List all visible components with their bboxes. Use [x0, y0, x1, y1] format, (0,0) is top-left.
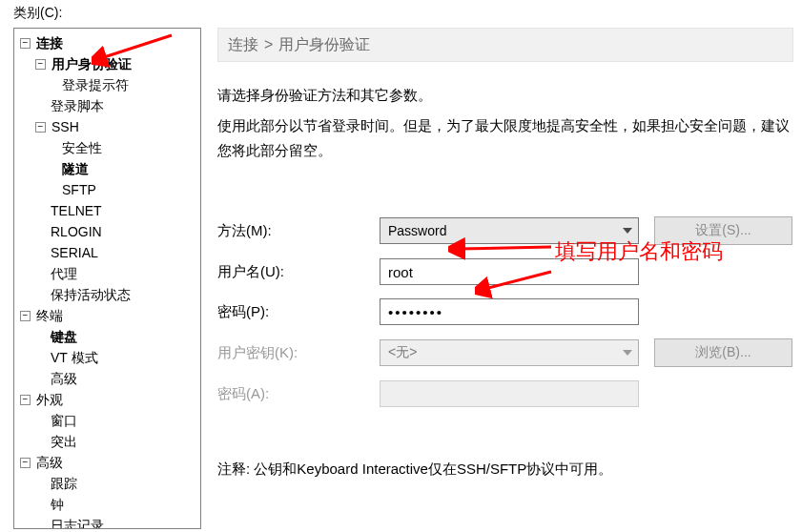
tree-item-telnet[interactable]: TELNET [16, 200, 198, 221]
tree-item-term-advanced[interactable]: 高级 [16, 368, 198, 389]
tree-item-window[interactable]: 窗口 [16, 410, 198, 431]
tree-item-proxy[interactable]: 代理 [16, 263, 198, 284]
method-value: Password [388, 223, 446, 238]
tree-item-ssh[interactable]: SSH [16, 116, 198, 137]
tree-item-logging[interactable]: 日志记录 [16, 515, 198, 529]
collapse-icon[interactable] [35, 59, 46, 70]
tree-item-rlogin[interactable]: RLOGIN [16, 221, 198, 242]
tree-item-user-auth[interactable]: 用户身份验证 [16, 53, 198, 74]
tree-item-terminal[interactable]: 终端 [16, 305, 198, 326]
browse-button: 浏览(B)... [654, 338, 792, 367]
settings-button: 设置(S)... [654, 216, 792, 245]
method-label: 方法(M): [217, 222, 380, 240]
tree-item-tunnel[interactable]: 隧道 [16, 158, 198, 179]
userkey-select: <无> [380, 339, 639, 366]
chevron-down-icon [623, 350, 632, 356]
collapse-icon[interactable] [20, 38, 31, 49]
userkey-value: <无> [388, 344, 417, 361]
method-select[interactable]: Password [380, 217, 639, 244]
tree-item-vt-modes[interactable]: VT 模式 [16, 347, 198, 368]
password2-label: 密码(A): [217, 385, 380, 403]
password2-input [380, 380, 639, 407]
tree-item-keyboard[interactable]: 键盘 [16, 326, 198, 347]
tree-item-serial[interactable]: SERIAL [16, 242, 198, 263]
tree-item-login-prompt[interactable]: 登录提示符 [16, 74, 198, 95]
breadcrumb: 连接 > 用户身份验证 [217, 28, 793, 62]
chevron-down-icon [623, 228, 632, 234]
userkey-label: 用户密钥(K): [217, 344, 380, 362]
username-input[interactable] [380, 258, 639, 285]
tree-item-sftp[interactable]: SFTP [16, 179, 198, 200]
tree-item-keepalive[interactable]: 保持活动状态 [16, 284, 198, 305]
tree-item-bell[interactable]: 钟 [16, 494, 198, 515]
tree-item-highlight[interactable]: 突出 [16, 431, 198, 452]
note-text: 注释: 公钥和Keyboard Interactive仅在SSH/SFTP协议中… [217, 460, 793, 479]
breadcrumb-separator: > [264, 36, 273, 53]
collapse-icon[interactable] [20, 458, 31, 468]
tree-item-connection[interactable]: 连接 [16, 32, 198, 53]
intro-text: 请选择身份验证方法和其它参数。 使用此部分以节省登录时间。但是，为了最大限度地提… [217, 83, 793, 163]
tree-item-tracking[interactable]: 跟踪 [16, 473, 198, 494]
category-tree: 连接 用户身份验证 登录提示符 登录脚本 SSH 安全 [13, 28, 201, 529]
username-label: 用户名(U): [217, 263, 380, 281]
password-label: 密码(P): [217, 303, 380, 321]
tree-item-security[interactable]: 安全性 [16, 137, 198, 158]
password-input[interactable] [380, 298, 639, 325]
collapse-icon[interactable] [20, 311, 31, 321]
tree-item-login-script[interactable]: 登录脚本 [16, 95, 198, 116]
breadcrumb-leaf: 用户身份验证 [278, 35, 370, 55]
collapse-icon[interactable] [20, 395, 31, 405]
collapse-icon[interactable] [35, 122, 46, 133]
tree-item-advanced[interactable]: 高级 [16, 452, 198, 473]
category-label: 类别(C): [13, 5, 62, 22]
breadcrumb-root: 连接 [228, 35, 258, 55]
tree-item-appearance[interactable]: 外观 [16, 389, 198, 410]
